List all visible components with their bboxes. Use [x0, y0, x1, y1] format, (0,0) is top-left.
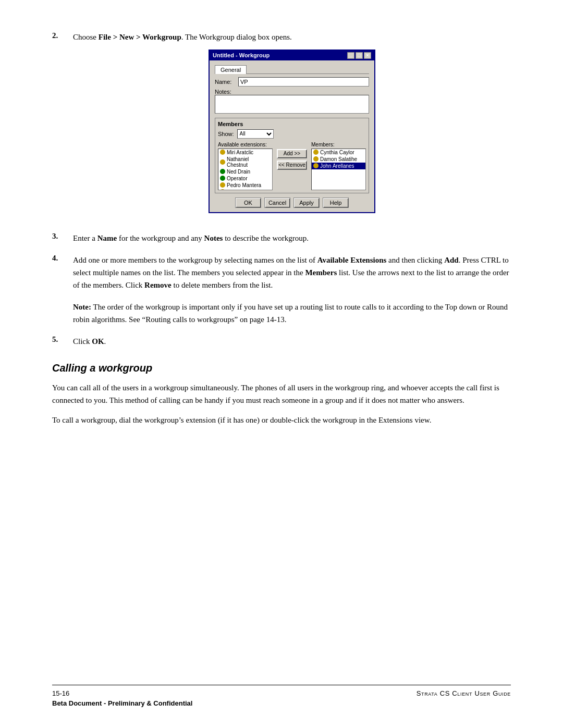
- section-heading: Calling a workgroup: [52, 362, 511, 374]
- dialog-body: General Name: Notes: Members: [210, 60, 374, 212]
- footer-page-number: 15-16: [52, 689, 69, 697]
- help-button[interactable]: Help: [323, 198, 349, 208]
- item-name: Miri Aratclic: [227, 150, 253, 155]
- ok-button[interactable]: OK: [235, 198, 261, 208]
- notes-label: Notes:: [215, 89, 238, 95]
- members-title: Members: [218, 121, 366, 127]
- item-name: John Arellanes: [320, 163, 354, 169]
- notes-textarea[interactable]: [215, 95, 369, 114]
- step-4-number: 4.: [52, 254, 63, 291]
- list-item[interactable]: Ned Drain: [218, 168, 272, 175]
- step-5-number: 5.: [52, 335, 63, 348]
- item-name: Pedro Mantera: [227, 182, 261, 188]
- available-extensions-list[interactable]: Miri Aratclic Nathaniel Chestnut: [218, 149, 273, 190]
- item-icon: [220, 189, 225, 190]
- members-column: Members: Cynthia Caylor Damo: [311, 142, 366, 190]
- step-2-number: 2.: [52, 31, 63, 219]
- item-icon: [220, 182, 225, 188]
- item-name: Damon Salatihe: [320, 156, 357, 162]
- dialog-tab-bar: General: [215, 65, 369, 74]
- para-1: You can call all of the users in a workg…: [52, 381, 511, 406]
- step-2-text: Choose File > New > Workgroup. The Workg…: [73, 31, 511, 219]
- item-icon: [220, 159, 225, 165]
- step-3-content: Enter a Name for the workgroup and any N…: [73, 232, 511, 244]
- footer-top-row: 15-16 Strata CS Client User Guide: [52, 689, 511, 697]
- maximize-button[interactable]: □: [356, 52, 363, 59]
- notes-row: Notes:: [215, 89, 369, 115]
- dialog-bottom-buttons: OK Cancel Apply Help: [215, 198, 369, 208]
- list-item[interactable]: Cynthia Caylor: [312, 149, 365, 156]
- members-list[interactable]: Cynthia Caylor Damon Salatihe: [311, 149, 366, 190]
- close-button[interactable]: ×: [364, 52, 371, 59]
- footer-confidential: Beta Document - Preliminary & Confidenti…: [52, 699, 511, 707]
- item-icon: [313, 156, 319, 162]
- general-tab[interactable]: General: [215, 65, 247, 74]
- show-select[interactable]: All: [237, 129, 274, 139]
- item-name: Operator: [227, 176, 247, 181]
- apply-button[interactable]: Apply: [293, 198, 320, 208]
- show-row: Show: All: [218, 129, 366, 139]
- step-2-block: 2. Choose File > New > Workgroup. The Wo…: [52, 31, 511, 219]
- list-item[interactable]: Damon Salatihe: [312, 156, 365, 163]
- list-item-selected[interactable]: John Arellanes: [312, 163, 365, 169]
- dialog-titlebar: Untitled - Workgroup _ □ ×: [210, 51, 374, 60]
- item-icon: [313, 150, 319, 155]
- page-footer: 15-16 Strata CS Client User Guide Beta D…: [52, 685, 511, 707]
- cancel-button[interactable]: Cancel: [264, 198, 290, 208]
- step-4-block: 4. Add one or more members to the workgr…: [52, 254, 511, 291]
- step-5-block: 5. Click OK.: [52, 335, 511, 348]
- name-label: Name:: [215, 79, 238, 85]
- available-extensions-column: Available extensions: Miri Aratclic: [218, 142, 273, 190]
- item-icon: [220, 169, 225, 174]
- members-section: Members Show: All Available extensions:: [215, 118, 369, 193]
- remove-button[interactable]: << Remove: [277, 161, 307, 170]
- list-item[interactable]: Pedro Mantera: [218, 182, 272, 189]
- step-2-para: Choose File > New > Workgroup. The Workg…: [73, 31, 511, 43]
- page-content: 2. Choose File > New > Workgroup. The Wo…: [0, 0, 563, 475]
- item-name: Nathaniel Chestnut: [227, 156, 271, 168]
- titlebar-buttons: _ □ ×: [347, 52, 371, 59]
- footer-title: Strata CS Client User Guide: [417, 689, 511, 697]
- item-icon: [313, 163, 319, 168]
- step-5-content: Click OK.: [73, 335, 511, 348]
- name-field-row: Name:: [215, 77, 369, 87]
- lists-area: Available extensions: Miri Aratclic: [218, 142, 366, 190]
- list-item[interactable]: Operator: [218, 175, 272, 182]
- list-item[interactable]: Richard Raque: [218, 189, 272, 190]
- list-item[interactable]: Miri Aratclic: [218, 149, 272, 156]
- step-3-number: 3.: [52, 232, 63, 244]
- add-remove-buttons: Add >> << Remove: [277, 142, 307, 170]
- item-icon: [220, 150, 225, 155]
- step-4-content: Add one or more members to the workgroup…: [73, 254, 511, 291]
- list-item[interactable]: Nathaniel Chestnut: [218, 156, 272, 168]
- item-name: Richard Raque: [227, 189, 262, 190]
- dialog-container: Untitled - Workgroup _ □ × General Name:: [73, 50, 511, 213]
- step-3-block: 3. Enter a Name for the workgroup and an…: [52, 232, 511, 244]
- available-label: Available extensions:: [218, 142, 273, 147]
- members-label: Members:: [311, 142, 366, 147]
- workgroup-dialog: Untitled - Workgroup _ □ × General Name:: [209, 50, 375, 213]
- note-block: Note: The order of the workgroup is impo…: [73, 301, 511, 326]
- item-icon: [220, 176, 225, 181]
- name-input[interactable]: [238, 77, 369, 87]
- item-name: Ned Drain: [227, 169, 250, 175]
- show-label: Show:: [218, 131, 234, 137]
- minimize-button[interactable]: _: [347, 52, 354, 59]
- dialog-title: Untitled - Workgroup: [213, 52, 270, 58]
- para-2: To call a workgroup, dial the workgroup’…: [52, 414, 511, 426]
- add-button[interactable]: Add >>: [277, 149, 307, 158]
- item-name: Cynthia Caylor: [320, 150, 354, 155]
